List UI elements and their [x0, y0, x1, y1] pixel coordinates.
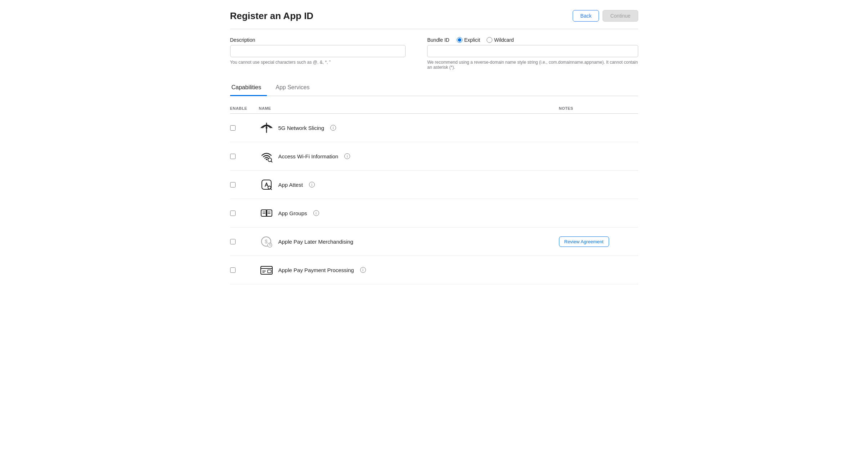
back-button[interactable]: Back [573, 10, 599, 22]
page-title: Register an App ID [230, 10, 314, 22]
radio-wildcard-input[interactable] [487, 37, 492, 43]
bundle-id-header-row: Bundle ID Explicit Wildcard [427, 37, 638, 43]
tab-capabilities[interactable]: Capabilities [230, 81, 267, 96]
capability-wifi-name: Access Wi-Fi Information [278, 153, 339, 159]
checkbox-5g-input[interactable] [230, 125, 236, 131]
header-divider [230, 29, 638, 29]
info-icon-wifi[interactable]: i [344, 153, 350, 159]
capability-applepay: Apple Pay Payment Processing i [259, 262, 559, 277]
col-enable: ENABLE [230, 106, 259, 110]
info-icon-attest[interactable]: i [309, 182, 315, 188]
tab-app-services[interactable]: App Services [274, 81, 315, 96]
checkbox-wifi[interactable] [230, 154, 259, 159]
wifi-icon [259, 149, 274, 164]
table-row: App Attest i [230, 171, 638, 199]
capability-applepay-later-name: Apple Pay Later Merchandising [278, 239, 353, 245]
table-header: ENABLE NAME NOTES [230, 103, 638, 114]
checkbox-applepay-later-input[interactable] [230, 239, 236, 244]
table-row: Access Wi-Fi Information i [230, 142, 638, 171]
bundle-id-label: Bundle ID [427, 37, 449, 43]
checkbox-attest[interactable] [230, 182, 259, 188]
capability-5g-name: 5G Network Slicing [278, 125, 325, 131]
checkbox-groups[interactable] [230, 211, 259, 216]
info-icon-5g[interactable]: i [330, 125, 336, 131]
col-notes: NOTES [559, 106, 638, 110]
checkbox-groups-input[interactable] [230, 211, 236, 216]
applepay-later-icon: $ [259, 234, 274, 249]
info-icon-groups[interactable]: i [313, 210, 319, 216]
bundle-id-radio-group: Explicit Wildcard [457, 37, 514, 43]
description-input[interactable] [230, 45, 406, 57]
description-hint: You cannot use special characters such a… [230, 60, 406, 65]
svg-rect-25 [268, 270, 271, 273]
radio-wildcard[interactable]: Wildcard [487, 37, 514, 43]
radio-explicit[interactable]: Explicit [457, 37, 480, 43]
checkbox-applepay[interactable] [230, 267, 259, 273]
header-buttons: Back Continue [573, 10, 638, 22]
notes-applepay-later[interactable]: Review Agreement [559, 236, 638, 247]
radio-explicit-label: Explicit [464, 37, 480, 43]
capability-groups-name: App Groups [278, 210, 307, 216]
capability-wifi: Access Wi-Fi Information i [259, 149, 559, 164]
svg-point-3 [266, 159, 267, 160]
table-row: Apple Pay Payment Processing i [230, 256, 638, 284]
table-row: $ Apple Pay Later Merchandising Review A… [230, 227, 638, 256]
description-group: Description You cannot use special chara… [230, 37, 406, 70]
svg-rect-6 [262, 180, 271, 189]
continue-button[interactable]: Continue [603, 10, 638, 22]
form-row: Description You cannot use special chara… [230, 37, 638, 70]
capability-5g: 5G Network Slicing i [259, 120, 559, 135]
checkbox-applepay-later[interactable] [230, 239, 259, 244]
checkbox-5g[interactable] [230, 125, 259, 131]
capability-applepay-later: $ Apple Pay Later Merchandising [259, 234, 559, 249]
5g-icon [259, 120, 274, 135]
page-header: Register an App ID Back Continue [230, 10, 638, 22]
capability-groups: App Groups i [259, 206, 559, 221]
radio-wildcard-label: Wildcard [494, 37, 514, 43]
svg-line-5 [271, 161, 272, 162]
capability-attest-name: App Attest [278, 182, 303, 188]
table-row: 5G Network Slicing i [230, 114, 638, 142]
capability-attest: App Attest i [259, 177, 559, 192]
bundle-id-hint: We recommend using a reverse-domain name… [427, 60, 638, 70]
bundle-id-input[interactable] [427, 45, 638, 57]
table-row: App Groups i [230, 199, 638, 227]
svg-line-9 [270, 189, 271, 190]
tabs-container: Capabilities App Services [230, 81, 638, 96]
svg-text:$: $ [265, 239, 268, 244]
capability-applepay-name: Apple Pay Payment Processing [278, 267, 354, 273]
radio-explicit-input[interactable] [457, 37, 462, 43]
checkbox-wifi-input[interactable] [230, 154, 236, 159]
review-agreement-button[interactable]: Review Agreement [559, 236, 609, 247]
svg-point-2 [265, 127, 267, 129]
col-name: NAME [259, 106, 559, 110]
checkbox-applepay-input[interactable] [230, 267, 236, 273]
description-label: Description [230, 37, 406, 43]
attest-icon [259, 177, 274, 192]
info-icon-applepay[interactable]: i [360, 267, 366, 273]
bundle-id-group: Bundle ID Explicit Wildcard We recommend… [427, 37, 638, 70]
applepay-icon [259, 262, 274, 277]
checkbox-attest-input[interactable] [230, 182, 236, 188]
groups-icon [259, 206, 274, 221]
